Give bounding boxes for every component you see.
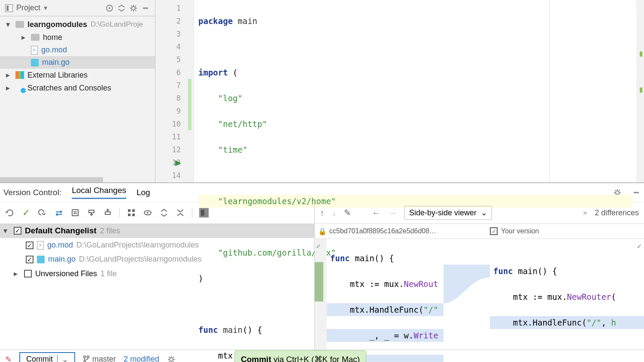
caret-right-icon[interactable]: ▸ [3,70,12,80]
checkbox[interactable]: ✓ [490,227,498,235]
diff-right-label: Your version [501,227,539,235]
checkbox[interactable]: ✓ [26,241,33,249]
diff-right-code[interactable]: ✓ func main() { mtx := mux.NewRouter( mt… [490,239,644,362]
svg-rect-13 [128,214,131,216]
file-name: main.go [48,255,76,264]
code-content[interactable]: package main import ( "log" "net/http" "… [194,0,636,182]
hint-bold: Commit [241,355,271,362]
project-label[interactable]: Project [16,3,40,12]
rollback-icon[interactable] [38,208,47,217]
gear-icon[interactable] [129,4,138,12]
branch-icon [83,355,90,362]
chevron-down-icon: ⌄ [481,208,487,217]
run-gutter-icon[interactable]: ▶ [175,158,181,167]
caret-right-icon[interactable]: ▸ [19,33,27,42]
expand-all-icon[interactable] [159,208,169,217]
svg-point-3 [109,7,110,9]
refresh-icon[interactable] [5,208,15,217]
commit-icon[interactable]: ✓ [21,208,31,217]
svg-rect-12 [132,209,135,212]
chevron-down-icon[interactable]: ▾ [44,4,47,12]
svg-rect-1 [6,6,9,11]
diff-left-revision: cc5bd701a0f8895c16a2e5d6d08… [329,227,436,235]
svg-point-22 [170,358,173,361]
collapse-icon[interactable] [117,4,126,12]
scratch-icon [15,84,24,92]
tree-item-label: External Libraries [27,71,88,80]
file-icon: ≡ [31,46,38,54]
caret-down-icon[interactable]: ▾ [3,20,12,29]
checkbox[interactable] [24,270,32,278]
inspection-ok-icon: ✓ [316,240,321,253]
editor-marker-bar[interactable] [636,0,644,182]
tree-item-home[interactable]: ▸ home [0,31,155,44]
target-icon[interactable] [105,4,114,12]
project-tree: ▾ learngomodules D:\GoLandProje ▸ home ≡… [0,16,155,94]
minimize-icon[interactable] [141,4,150,12]
next-diff-icon[interactable]: ↓ [332,208,336,218]
project-root-row[interactable]: ▾ learngomodules D:\GoLandProje [0,18,155,31]
checkbox[interactable]: ✓ [14,227,21,235]
changelist-icon[interactable] [70,208,80,217]
back-icon[interactable]: ← [372,208,380,218]
library-icon [15,71,24,79]
edit-commit-icon[interactable]: ✎ [5,355,12,362]
commit-button[interactable]: Commit ⌄ [19,352,75,362]
commit-button-label: Commit [26,355,53,362]
project-view-icon[interactable] [5,4,13,12]
modified-count[interactable]: 2 modified [124,355,159,362]
vcs-change-marker [188,79,191,130]
go-file-icon [37,256,45,263]
caret-down-icon[interactable]: ▾ [3,226,10,235]
go-file-icon [31,59,39,66]
edit-icon[interactable]: ✎ [344,208,351,218]
tree-item-label: home [43,33,62,42]
caret-right-icon[interactable]: ▸ [3,83,12,93]
gear-icon[interactable] [167,355,176,362]
version-control-panel: Version Control: Local Changes Log ✓ ⇄ [0,182,644,350]
svg-point-16 [147,212,149,214]
tab-log[interactable]: Log [137,188,150,197]
svg-point-20 [87,356,89,358]
tree-item-maingo[interactable]: main.go [0,56,155,69]
svg-rect-14 [132,214,135,216]
project-root-name: learngomodules [27,20,87,29]
tree-item-scratches[interactable]: ▸ Scratches and Consoles [0,81,155,94]
shelve-icon[interactable] [87,208,96,217]
preview-icon[interactable] [143,208,152,217]
minimize-icon[interactable] [632,188,641,197]
prev-diff-icon[interactable]: ↑ [320,208,324,218]
tree-item-gomod[interactable]: ≡ go.mod [0,44,155,56]
diff-icon[interactable]: ⇄ [54,208,64,217]
commit-hint-tooltip: Commit via Ctrl+K (⌘K for Mac) [234,350,366,362]
caret-right-icon[interactable]: ▸ [14,269,21,278]
svg-point-4 [132,6,135,10]
folder-icon [15,21,24,28]
checkbox[interactable]: ✓ [26,256,33,263]
unversioned-label: Unversioned Files [35,269,97,278]
code-editor[interactable]: 123 456 789 101112 1314 ▶ package main i… [155,0,644,182]
forward-icon[interactable]: → [388,208,397,218]
unshelve-icon[interactable] [103,208,112,217]
tree-item-label: Scratches and Consoles [27,84,111,93]
svg-rect-0 [5,4,13,12]
svg-rect-8 [72,210,78,216]
inspection-ok-icon: ✓ [637,240,641,253]
tree-item-external-libraries[interactable]: ▸ External Libraries [0,69,155,81]
chevron-down-icon[interactable]: ⌄ [57,355,68,362]
group-icon[interactable] [127,208,136,217]
file-path: D:\GoLandProjects\learngomodules [76,241,199,250]
diff-left-code[interactable]: func main() { mtx := mux.NewRout mtx.Han… [327,239,444,362]
tab-local-changes[interactable]: Local Changes [72,186,126,199]
file-icon: ≡ [37,241,44,250]
hint-text: via Ctrl+K (⌘K for Mac) [271,355,360,362]
vc-panel-label: Version Control: [3,188,61,197]
more-icon[interactable]: » [583,209,587,217]
viewer-mode-select[interactable]: Side-by-side viewer ⌄ [404,206,492,220]
diff-viewer: ↑ ↓ ✎ ← → Side-by-side viewer ⌄ » 2 diff… [314,202,644,362]
sidebar-scrollbar[interactable] [0,177,103,182]
git-branch-widget[interactable]: master [83,355,116,362]
branch-name: master [92,355,116,362]
collapse-all-icon[interactable] [176,208,185,217]
lock-icon: 🔒 [318,227,327,235]
